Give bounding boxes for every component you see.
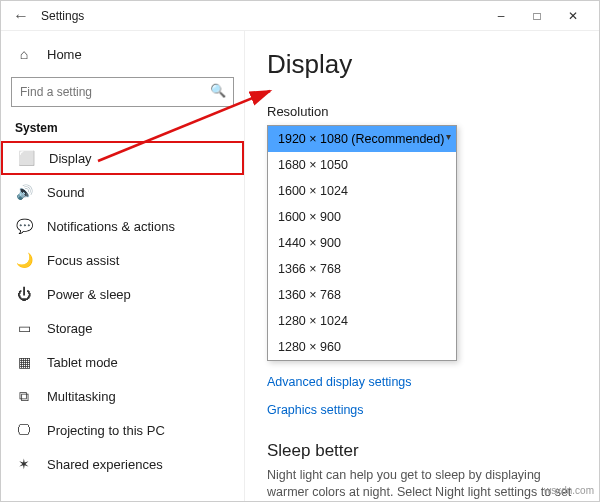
sidebar-item-display[interactable]: ⬜ Display — [1, 141, 244, 175]
resolution-option[interactable]: 1280 × 1024 — [268, 308, 456, 334]
minimize-button[interactable]: – — [483, 2, 519, 30]
resolution-option[interactable]: 1600 × 1024 — [268, 178, 456, 204]
sidebar-item-label: Projecting to this PC — [47, 423, 165, 438]
settings-window: ← Settings – □ ✕ ⌂ Home 🔍 System ⬜ Displ… — [0, 0, 600, 502]
projecting-icon: 🖵 — [15, 422, 33, 438]
sidebar-item-storage[interactable]: ▭ Storage — [1, 311, 244, 345]
sidebar-item-label: Shared experiences — [47, 457, 163, 472]
sidebar-home[interactable]: ⌂ Home — [1, 37, 244, 71]
resolution-option[interactable]: 1360 × 768 — [268, 282, 456, 308]
advanced-display-link[interactable]: Advanced display settings — [267, 375, 579, 389]
sleep-better-heading: Sleep better — [267, 441, 579, 461]
resolution-label: Resolution — [267, 104, 579, 119]
sidebar-item-multitasking[interactable]: ⧉ Multitasking — [1, 379, 244, 413]
back-button[interactable]: ← — [9, 7, 33, 25]
close-button[interactable]: ✕ — [555, 2, 591, 30]
sidebar-group-system: System — [1, 117, 244, 141]
storage-icon: ▭ — [15, 320, 33, 336]
resolution-dropdown-list: 1920 × 1080 (Recommended) 1680 × 1050 16… — [267, 125, 457, 361]
focus-assist-icon: 🌙 — [15, 252, 33, 268]
sidebar-item-label: Focus assist — [47, 253, 119, 268]
attribution-text: wsxdn.com — [544, 485, 594, 496]
sidebar-item-notifications[interactable]: 💬 Notifications & actions — [1, 209, 244, 243]
shared-icon: ✶ — [15, 456, 33, 472]
sidebar-item-label: Power & sleep — [47, 287, 131, 302]
resolution-option[interactable]: 1280 × 960 — [268, 334, 456, 360]
resolution-option[interactable]: 1600 × 900 — [268, 204, 456, 230]
content-pane: Display Resolution 1920 × 1080 (Recommen… — [245, 31, 599, 501]
sidebar-item-label: Storage — [47, 321, 93, 336]
sleep-better-body: Night light can help you get to sleep by… — [267, 467, 579, 501]
search-input[interactable] — [11, 77, 234, 107]
sidebar-item-label: Tablet mode — [47, 355, 118, 370]
sound-icon: 🔊 — [15, 184, 33, 200]
graphics-settings-link[interactable]: Graphics settings — [267, 403, 579, 417]
sidebar-item-shared-experiences[interactable]: ✶ Shared experiences — [1, 447, 244, 481]
sidebar-item-label: Sound — [47, 185, 85, 200]
resolution-option[interactable]: 1440 × 900 — [268, 230, 456, 256]
search-field-wrap: 🔍 — [11, 77, 234, 107]
sidebar-item-power-sleep[interactable]: ⏻ Power & sleep — [1, 277, 244, 311]
sidebar-item-label: Display — [49, 151, 92, 166]
power-icon: ⏻ — [15, 286, 33, 302]
multitasking-icon: ⧉ — [15, 388, 33, 405]
titlebar: ← Settings – □ ✕ — [1, 1, 599, 31]
sidebar-item-focus-assist[interactable]: 🌙 Focus assist — [1, 243, 244, 277]
resolution-option[interactable]: 1680 × 1050 — [268, 152, 456, 178]
window-title: Settings — [41, 9, 84, 23]
sidebar-item-tablet-mode[interactable]: ▦ Tablet mode — [1, 345, 244, 379]
maximize-button[interactable]: □ — [519, 2, 555, 30]
home-icon: ⌂ — [15, 46, 33, 62]
display-icon: ⬜ — [17, 150, 35, 166]
search-icon: 🔍 — [210, 83, 226, 98]
sidebar-home-label: Home — [47, 47, 82, 62]
tablet-icon: ▦ — [15, 354, 33, 370]
resolution-option[interactable]: 1366 × 768 — [268, 256, 456, 282]
sidebar: ⌂ Home 🔍 System ⬜ Display 🔊 Sound 💬 Noti… — [1, 31, 245, 501]
sidebar-item-projecting[interactable]: 🖵 Projecting to this PC — [1, 413, 244, 447]
sidebar-item-sound[interactable]: 🔊 Sound — [1, 175, 244, 209]
resolution-option[interactable]: 1920 × 1080 (Recommended) — [268, 126, 456, 152]
chevron-down-icon: ▾ — [446, 131, 451, 142]
sidebar-item-label: Notifications & actions — [47, 219, 175, 234]
page-title: Display — [267, 49, 579, 80]
resolution-dropdown[interactable]: 1920 × 1080 (Recommended) 1680 × 1050 16… — [267, 125, 457, 361]
notifications-icon: 💬 — [15, 218, 33, 234]
sidebar-item-label: Multitasking — [47, 389, 116, 404]
